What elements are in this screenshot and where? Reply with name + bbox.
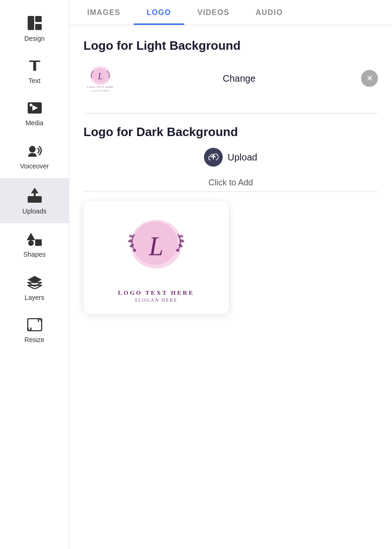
sidebar-item-text[interactable]: Text xyxy=(0,51,69,93)
sidebar-item-design-label: Design xyxy=(24,35,45,42)
svg-rect-0 xyxy=(28,16,34,30)
logo-text-slogan: SLOGAN HERE xyxy=(135,297,177,303)
svg-text:L: L xyxy=(148,232,163,261)
sidebar-item-shapes[interactable]: Shapes xyxy=(0,223,69,267)
light-logo-row: L LOGO TEXT HERE SLOGAN HERE Change ✕ xyxy=(83,61,378,95)
tab-logo[interactable]: LOGO xyxy=(134,0,184,25)
tabs-nav: IMAGES LOGO VIDEOS AUDIO xyxy=(69,0,392,25)
svg-rect-4 xyxy=(33,61,36,71)
svg-point-7 xyxy=(30,104,32,107)
sidebar-item-shapes-label: Shapes xyxy=(23,251,45,258)
logo-text-main: LOGO TEXT HERE xyxy=(118,289,195,297)
light-logo-title: Logo for Light Background xyxy=(83,38,378,53)
upload-area: Upload xyxy=(83,148,378,167)
svg-text:SLOGAN HERE: SLOGAN HERE xyxy=(91,90,110,92)
change-logo-button[interactable]: Change xyxy=(127,69,352,88)
sidebar-item-resize[interactable]: Resize xyxy=(0,310,69,352)
svg-rect-2 xyxy=(35,24,42,30)
uploads-icon xyxy=(28,187,42,205)
section-divider xyxy=(83,113,378,114)
sidebar-item-layers-label: Layers xyxy=(24,294,44,301)
sidebar-item-text-label: Text xyxy=(29,77,41,84)
tab-audio[interactable]: AUDIO xyxy=(242,0,296,25)
svg-point-33 xyxy=(176,249,179,252)
svg-point-32 xyxy=(133,249,136,252)
media-icon xyxy=(27,101,42,116)
svg-marker-11 xyxy=(27,233,35,240)
sidebar-item-uploads-label: Uploads xyxy=(23,207,46,215)
sidebar-item-design[interactable]: Design xyxy=(0,8,69,51)
svg-marker-16 xyxy=(28,285,42,289)
logo-text-block: LOGO TEXT HERE SLOGAN HERE xyxy=(118,289,195,303)
svg-text:L: L xyxy=(98,72,103,81)
sidebar-item-layers[interactable]: Layers xyxy=(0,267,69,310)
svg-point-8 xyxy=(29,146,36,152)
light-logo-thumbnail[interactable]: L LOGO TEXT HERE SLOGAN HERE xyxy=(83,61,117,95)
main-content: IMAGES LOGO VIDEOS AUDIO Logo for Light … xyxy=(69,0,392,549)
sidebar-item-resize-label: Resize xyxy=(24,336,45,343)
tab-videos[interactable]: VIDEOS xyxy=(184,0,242,25)
layers-icon xyxy=(27,275,43,291)
sidebar-item-voiceover-label: Voiceover xyxy=(20,162,49,170)
sidebar-item-uploads[interactable]: Uploads xyxy=(0,178,69,223)
logo-preview-image: L xyxy=(119,213,194,285)
click-to-add-label: Click to Add xyxy=(83,178,378,192)
svg-rect-12 xyxy=(35,239,42,246)
svg-rect-9 xyxy=(28,196,42,203)
svg-text:LOGO TEXT HERE: LOGO TEXT HERE xyxy=(87,86,113,88)
upload-cloud-icon xyxy=(204,148,223,167)
sidebar-item-media-label: Media xyxy=(25,119,43,127)
svg-marker-10 xyxy=(31,188,38,197)
sidebar-item-voiceover[interactable]: Voiceover xyxy=(0,135,69,178)
sidebar: Design Text Media xyxy=(0,0,69,549)
tab-images[interactable]: IMAGES xyxy=(74,0,134,25)
dark-logo-title: Logo for Dark Background xyxy=(83,125,378,139)
design-icon xyxy=(28,16,42,32)
upload-label: Upload xyxy=(227,152,257,163)
shapes-icon xyxy=(27,232,43,248)
svg-rect-1 xyxy=(35,16,42,22)
remove-logo-button[interactable]: ✕ xyxy=(361,70,378,87)
logo-preview-card[interactable]: L LOGO TEXT HERE SLOGAN HERE xyxy=(83,201,229,314)
svg-rect-17 xyxy=(28,319,42,331)
sidebar-item-media[interactable]: Media xyxy=(0,93,69,135)
upload-button[interactable]: Upload xyxy=(204,148,257,167)
content-area: Logo for Light Background L LOGO TEXT HE… xyxy=(69,25,392,323)
close-icon: ✕ xyxy=(366,74,373,83)
resize-icon xyxy=(27,318,42,333)
voiceover-icon xyxy=(26,144,43,160)
svg-point-13 xyxy=(28,240,34,246)
text-icon xyxy=(28,59,41,74)
